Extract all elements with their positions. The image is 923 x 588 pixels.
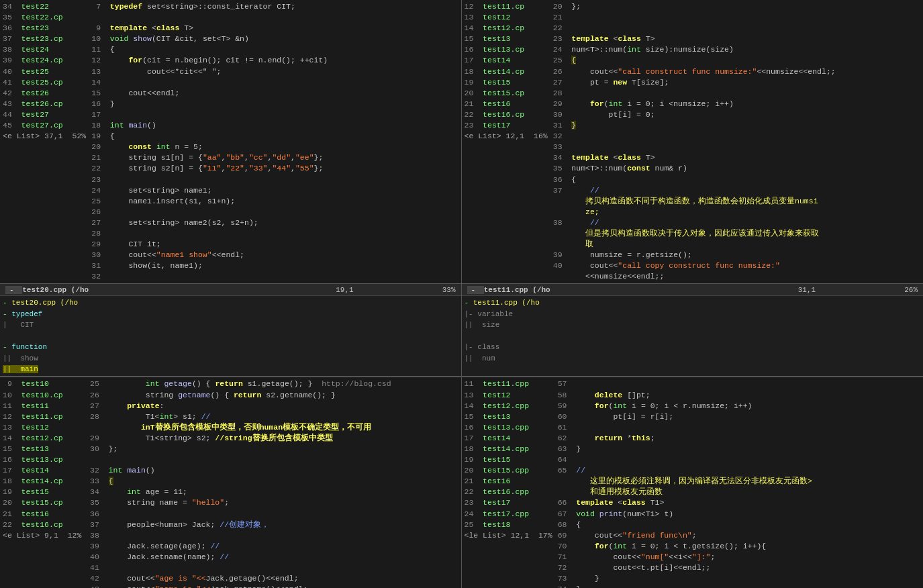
top-right-filelist: 12 test11.cp 13 test12 14 test12.cp 15 t… [462,0,550,283]
top-right-status-left: - test11.cpp (/ho [467,286,550,294]
bottom-right-pane: 11 test11.cpp 13 test12 14 test12.cpp 15… [462,377,924,588]
top-right-status-pos: 31,1 26% [798,286,918,294]
top-left-content: 34 test22 35 test22.cp 36 test23 37 test… [0,0,461,283]
top-right-code: 20 }; 21 22 23 template <class T> 24 num… [550,0,923,283]
top-left-status-pos: 19,1 33% [336,286,455,294]
top-left-pane: 34 test22 35 test22.cp 36 test23 37 test… [0,0,462,376]
top-left-code: 7 typedef set<string>::const_iterator CI… [89,0,460,283]
bottom-left-filelist: 9 test10 10 test10.cp 11 test11 12 test1… [0,377,87,588]
top-left-status: - test20.cpp (/ho 19,1 33% [0,283,461,295]
bottom-left-code: 25 int getage() { return s1.getage(); } … [87,377,461,588]
top-right-status: - test11.cpp (/ho 31,1 26% [462,283,924,295]
bottom-right-filelist: 11 test11.cpp 13 test12 14 test12.cpp 15… [462,377,555,588]
bottom-row: 9 test10 10 test10.cp 11 test11 12 test1… [0,377,923,588]
bottom-left-pane: 9 test10 10 test10.cp 11 test11 12 test1… [0,377,462,588]
top-right-tags: - test11.cpp (/ho |- variable || size |-… [462,295,924,376]
top-left-tags: - test20.cpp (/ho - typedef | CIT - func… [0,295,461,376]
top-left-status-left: - test20.cpp (/ho [5,286,89,294]
top-row: 34 test22 35 test22.cp 36 test23 37 test… [0,0,923,377]
bottom-right-content: 11 test11.cpp 13 test12 14 test12.cpp 15… [462,377,924,588]
top-left-filelist: 34 test22 35 test22.cp 36 test23 37 test… [0,0,89,283]
top-right-pane: 12 test11.cp 13 test12 14 test12.cp 15 t… [462,0,924,376]
bottom-left-content: 9 test10 10 test10.cp 11 test11 12 test1… [0,377,461,588]
bottom-right-code: 57 58 delete []pt; 59 for(int i = 0; i <… [555,377,923,588]
top-right-content: 12 test11.cp 13 test12 14 test12.cp 15 t… [462,0,924,283]
main-container: 34 test22 35 test22.cp 36 test23 37 test… [0,0,923,561]
